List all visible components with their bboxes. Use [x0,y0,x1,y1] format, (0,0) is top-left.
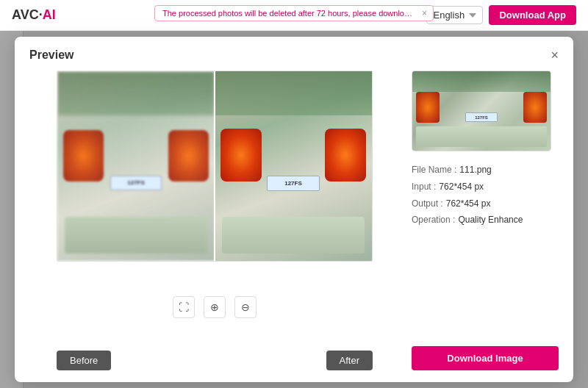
taillight-left-after [220,129,262,182]
comparison-divider [214,71,215,261]
expand-icon: ⛶ [179,301,189,313]
bg-scene-left [57,71,215,115]
zoom-in-icon: ⊕ [210,301,219,313]
car-body-after [222,217,365,254]
before-after-row: Before After [57,351,373,370]
input-label: Input : [412,179,436,195]
notification-text: The processed photos will be deleted aft… [162,9,434,18]
notification-close-icon[interactable]: × [422,8,427,18]
output-label: Output : [412,195,443,212]
file-name-label: File Name : [412,162,456,179]
after-image: 127FS [215,71,372,261]
input-value: 762*454 px [439,179,484,195]
modal-header: Preview × [29,48,559,62]
input-row: Input : 762*454 px [412,179,559,195]
zoom-in-button[interactable]: ⊕ [204,296,226,318]
topbar-right: English Download App [426,5,576,25]
thumb-bg [412,71,551,92]
image-toolbar: ⛶ ⊕ ⊖ [173,296,257,318]
zoom-out-button[interactable]: ⊖ [234,296,257,318]
zoom-out-icon: ⊖ [241,301,250,313]
plate-after: 127FS [267,176,320,191]
modal-overlay: Preview × 127FS [0,31,588,388]
before-button[interactable]: Before [57,351,111,370]
taillight-right-before [168,130,209,182]
modal-title: Preview [29,48,74,62]
download-app-button[interactable]: Download App [489,5,576,25]
image-comparison: 127FS 127FS [57,71,373,262]
notification-bar: The processed photos will be deleted aft… [154,5,434,21]
preview-area: 127FS 127FS [29,71,400,370]
output-row: Output : 762*454 px [412,195,559,212]
topbar: AVC·AI The processed photos will be dele… [0,0,588,31]
info-panel: 127FS File Name : 111.png Input : 762*45… [412,71,559,370]
output-value: 762*454 px [446,195,491,212]
operation-value: Quality Enhance [458,212,523,229]
bg-scene-right [215,71,372,115]
taillight-right-after [325,129,366,182]
thumb-body [416,126,547,147]
before-image: 127FS [57,71,215,261]
thumb-plate: 127FS [465,112,498,122]
thumbnail-image: 127FS [412,71,551,151]
thumb-light-left [416,92,440,123]
modal-body: 127FS 127FS [29,71,559,370]
language-select[interactable]: English [426,6,483,24]
taillight-left-before [63,130,104,182]
thumb-light-right [523,92,547,123]
after-button[interactable]: After [326,351,373,370]
expand-button[interactable]: ⛶ [173,296,195,318]
modal-close-button[interactable]: × [551,48,559,62]
logo: AVC·AI [12,7,56,23]
operation-row: Operation : Quality Enhance [412,212,559,229]
plate-before: 127FS [110,176,162,190]
car-body-before [65,217,207,254]
thumbnail-container: 127FS [412,71,551,151]
file-name-value: 111.png [459,162,491,179]
operation-label: Operation : [412,212,455,229]
download-image-button[interactable]: Download Image [412,346,559,370]
file-info: File Name : 111.png Input : 762*454 px O… [412,162,559,229]
preview-modal: Preview × 127FS [15,37,573,382]
file-name-row: File Name : 111.png [412,162,559,179]
